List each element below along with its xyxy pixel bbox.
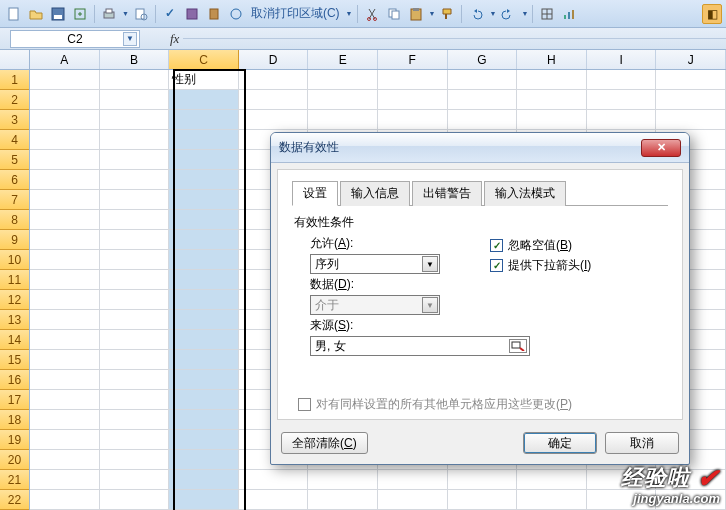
cell[interactable]: [100, 190, 170, 210]
row-header[interactable]: 6: [0, 170, 29, 190]
chevron-down-icon[interactable]: ▼: [422, 256, 438, 272]
cell[interactable]: [517, 490, 587, 510]
cell[interactable]: [100, 230, 170, 250]
cell[interactable]: [169, 130, 239, 150]
row-header[interactable]: 4: [0, 130, 29, 150]
toolbar-options-icon[interactable]: ◧: [702, 4, 722, 24]
cell[interactable]: [30, 150, 100, 170]
row-header[interactable]: 16: [0, 370, 29, 390]
cell[interactable]: [100, 90, 170, 110]
cell[interactable]: [30, 230, 100, 250]
cell[interactable]: [30, 270, 100, 290]
cell[interactable]: [308, 470, 378, 490]
cell[interactable]: [30, 290, 100, 310]
undo-icon[interactable]: [466, 4, 486, 24]
cell[interactable]: [587, 110, 657, 130]
cell[interactable]: [30, 190, 100, 210]
cell[interactable]: [239, 110, 309, 130]
cell[interactable]: [100, 110, 170, 130]
cell[interactable]: [448, 70, 518, 90]
print-preview-icon[interactable]: [131, 4, 151, 24]
dropdown-arrow-icon[interactable]: ▼: [429, 10, 436, 17]
cell[interactable]: [169, 390, 239, 410]
column-header[interactable]: C: [169, 50, 239, 69]
row-header[interactable]: 20: [0, 450, 29, 470]
row-header[interactable]: 9: [0, 230, 29, 250]
column-header[interactable]: F: [378, 50, 448, 69]
cell[interactable]: [517, 470, 587, 490]
cell[interactable]: [308, 490, 378, 510]
cell[interactable]: 性别: [169, 70, 239, 90]
redo-icon[interactable]: [498, 4, 518, 24]
cancel-print-area-button[interactable]: 取消打印区域(C): [248, 4, 343, 24]
ok-button[interactable]: 确定: [523, 432, 597, 454]
cell[interactable]: [30, 90, 100, 110]
row-header[interactable]: 13: [0, 310, 29, 330]
spellcheck-icon[interactable]: ✓: [160, 4, 180, 24]
column-header[interactable]: B: [100, 50, 170, 69]
cell[interactable]: [169, 310, 239, 330]
export-icon[interactable]: [70, 4, 90, 24]
cell[interactable]: [169, 350, 239, 370]
cell[interactable]: [100, 70, 170, 90]
tab-settings[interactable]: 设置: [292, 181, 338, 206]
column-header[interactable]: D: [239, 50, 309, 69]
chart-icon[interactable]: [559, 4, 579, 24]
cell[interactable]: [100, 270, 170, 290]
cell[interactable]: [587, 90, 657, 110]
cell[interactable]: [656, 110, 726, 130]
print-icon[interactable]: [99, 4, 119, 24]
row-header[interactable]: 1: [0, 70, 29, 90]
format-painter-icon[interactable]: [437, 4, 457, 24]
research-icon[interactable]: [182, 4, 202, 24]
row-header[interactable]: 3: [0, 110, 29, 130]
row-header[interactable]: 7: [0, 190, 29, 210]
cell[interactable]: [100, 430, 170, 450]
cell[interactable]: [30, 450, 100, 470]
row-header[interactable]: 2: [0, 90, 29, 110]
tab-input-message[interactable]: 输入信息: [340, 181, 410, 206]
row-header[interactable]: 14: [0, 330, 29, 350]
cell[interactable]: [100, 490, 170, 510]
cell[interactable]: [169, 470, 239, 490]
cell[interactable]: [169, 210, 239, 230]
dropdown-arrow-icon[interactable]: ▼: [122, 10, 129, 17]
cell[interactable]: [100, 290, 170, 310]
copy-icon[interactable]: [384, 4, 404, 24]
cell[interactable]: [169, 170, 239, 190]
cell[interactable]: [30, 210, 100, 230]
row-header[interactable]: 5: [0, 150, 29, 170]
cell[interactable]: [30, 430, 100, 450]
cell[interactable]: [169, 250, 239, 270]
source-input[interactable]: 男, 女: [310, 336, 530, 356]
cell[interactable]: [378, 110, 448, 130]
row-header[interactable]: 17: [0, 390, 29, 410]
fx-icon[interactable]: fx: [170, 31, 179, 47]
cell[interactable]: [100, 170, 170, 190]
cell[interactable]: [448, 90, 518, 110]
save-icon[interactable]: [48, 4, 68, 24]
cell[interactable]: [100, 330, 170, 350]
column-header[interactable]: E: [308, 50, 378, 69]
column-header[interactable]: A: [30, 50, 100, 69]
column-header[interactable]: H: [517, 50, 587, 69]
row-header[interactable]: 21: [0, 470, 29, 490]
cell[interactable]: [239, 70, 309, 90]
cell[interactable]: [100, 410, 170, 430]
cell[interactable]: [378, 90, 448, 110]
column-header[interactable]: G: [448, 50, 518, 69]
dialog-titlebar[interactable]: 数据有效性 ✕: [271, 133, 689, 163]
cell[interactable]: [30, 330, 100, 350]
cell[interactable]: [169, 490, 239, 510]
ignore-blank-checkbox[interactable]: ✓: [490, 239, 503, 252]
column-header[interactable]: J: [656, 50, 726, 69]
cell[interactable]: [100, 310, 170, 330]
cell[interactable]: [30, 250, 100, 270]
cell[interactable]: [30, 110, 100, 130]
cell[interactable]: [587, 70, 657, 90]
cell[interactable]: [378, 490, 448, 510]
name-box[interactable]: C2 ▼: [10, 30, 140, 48]
cell[interactable]: [30, 470, 100, 490]
cell[interactable]: [30, 70, 100, 90]
cell[interactable]: [169, 450, 239, 470]
